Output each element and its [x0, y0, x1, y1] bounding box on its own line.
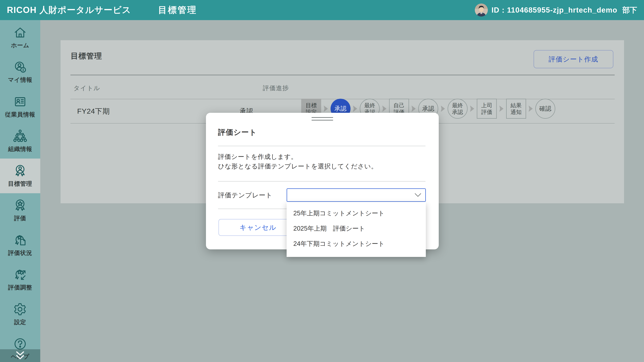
card-divider [70, 75, 615, 75]
step-confirmation: 確認 [535, 99, 555, 119]
brand-logo: RICOH 人財ポータルサービス [7, 4, 131, 16]
sidebar-item-organization[interactable]: 組織情報 [0, 124, 40, 159]
user-block[interactable]: ID：1104685955-zjp_hrtech_demo 部下 [475, 3, 637, 16]
sidebar-item-label: 設定 [14, 318, 26, 326]
evaluation-adjustment-icon [13, 268, 27, 282]
settings-icon [13, 303, 27, 316]
cancel-button[interactable]: キャンセル [218, 219, 297, 236]
user-role-text: 部下 [622, 5, 637, 15]
evaluation-icon [13, 199, 27, 212]
sidebar-item-employee-info[interactable]: 従業員情報 [0, 89, 40, 124]
step-arrow-icon [438, 99, 448, 119]
modal-divider [218, 181, 426, 182]
template-select[interactable] [286, 188, 426, 202]
app-root: RICOH 人財ポータルサービス 目標管理 ID：1104 [0, 0, 644, 362]
create-evaluation-sheet-button[interactable]: 評価シート作成 [534, 50, 613, 68]
home-icon [13, 26, 27, 39]
sidebar-item-label: マイ情報 [8, 76, 32, 84]
sidebar-item-my-info[interactable]: マイ情報 [0, 55, 40, 89]
my-info-icon [13, 60, 27, 74]
sidebar-item-home[interactable]: ホーム [0, 20, 40, 55]
user-id-text: ID：1104685955-zjp_hrtech_demo [492, 5, 617, 15]
sidebar-item-label: 目標管理 [8, 180, 32, 188]
sidebar-item-goal-management[interactable]: 目標管理 [0, 159, 40, 193]
sidebar-item-label: 従業員情報 [5, 111, 35, 118]
card-heading: 目標管理 [70, 51, 102, 61]
sidebar-item-label: ホーム [11, 41, 29, 49]
drag-handle[interactable] [312, 117, 333, 122]
modal-title: 評価シート [218, 128, 257, 137]
modal-description: 評価シートを作成します。 ひな形となる評価テンプレートを選択してください。 [218, 152, 378, 171]
dropdown-option[interactable]: 24年下期コミットメントシート [286, 236, 426, 251]
page-title: 目標管理 [158, 4, 197, 16]
template-dropdown: 25年上期コミットメントシート 2025年上期 評価シート 24年下期コミットメ… [286, 202, 426, 257]
row-title[interactable]: FY24下期 [77, 106, 110, 116]
sidebar-item-evaluation-status[interactable]: 評価状況 [0, 228, 40, 263]
sidebar-item-label: 組織情報 [8, 145, 32, 153]
chevron-double-down-icon [16, 351, 24, 360]
step-manager-evaluation: 上司評価 [477, 99, 497, 119]
step-arrow-icon [497, 99, 506, 119]
evaluation-status-icon [13, 233, 27, 247]
sidebar-item-evaluation[interactable]: 評価 [0, 193, 40, 228]
sidebar-item-label: 評価調整 [8, 284, 32, 292]
column-header-title: タイトル [74, 84, 100, 92]
step-result-notification: 結果通知 [506, 99, 526, 119]
header-bar: RICOH 人財ポータルサービス 目標管理 ID：1104 [0, 0, 644, 20]
modal-divider [218, 146, 426, 146]
template-label: 評価テンプレート [218, 191, 272, 200]
dropdown-option[interactable]: 25年上期コミットメントシート [286, 206, 426, 221]
sidebar-scroll-more[interactable] [0, 349, 40, 362]
avatar[interactable] [475, 3, 488, 16]
help-icon [13, 337, 27, 351]
column-header-progress: 評価進捗 [263, 84, 289, 92]
dropdown-option[interactable]: 2025年上期 評価シート [286, 221, 426, 236]
sidebar-nav: ホーム マイ情報 [0, 20, 40, 362]
step-arrow-icon [468, 99, 477, 119]
employee-info-icon [13, 95, 27, 109]
organization-icon [13, 129, 27, 143]
step-final-approval-2: 最終承認 [448, 99, 468, 119]
sidebar-item-settings[interactable]: 設定 [0, 297, 40, 332]
chevron-down-icon [414, 193, 421, 197]
sidebar-item-evaluation-adjustment[interactable]: 評価調整 [0, 263, 40, 297]
sidebar-item-label: 評価 [14, 214, 26, 222]
sidebar-item-label: 評価状況 [8, 249, 32, 257]
step-arrow-icon [526, 99, 536, 119]
goal-management-icon [13, 164, 27, 178]
